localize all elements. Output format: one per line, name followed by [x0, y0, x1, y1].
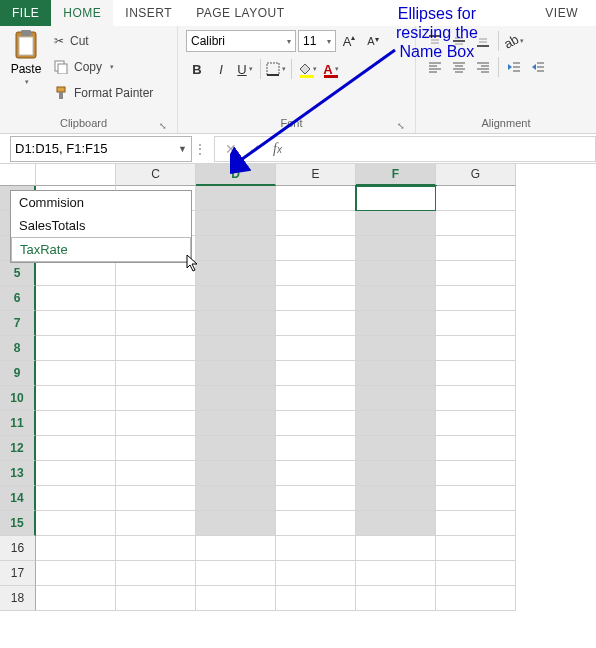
cell[interactable] — [276, 411, 356, 436]
row-header[interactable]: 9 — [0, 361, 36, 386]
tab-view[interactable]: VIEW — [533, 0, 590, 26]
cell[interactable] — [276, 561, 356, 586]
cell[interactable] — [436, 436, 516, 461]
cell[interactable] — [276, 336, 356, 361]
cell[interactable] — [436, 286, 516, 311]
decrease-indent-button[interactable] — [503, 56, 525, 78]
bold-button[interactable]: B — [186, 58, 208, 80]
row-header[interactable]: 12 — [0, 436, 36, 461]
cell[interactable] — [436, 386, 516, 411]
cancel-icon[interactable]: ✕ — [225, 141, 237, 157]
border-button[interactable]: ▾ — [265, 58, 287, 80]
cell[interactable] — [116, 536, 196, 561]
row-header[interactable]: 5 — [0, 261, 36, 286]
cell[interactable] — [116, 561, 196, 586]
cell[interactable] — [196, 461, 276, 486]
fill-color-button[interactable]: ▾ — [296, 58, 318, 80]
enter-icon[interactable]: ✓ — [249, 141, 261, 157]
tab-page-layout[interactable]: PAGE LAYOUT — [184, 0, 296, 26]
cell[interactable] — [436, 186, 516, 211]
copy-button[interactable]: Copy ▾ — [50, 56, 157, 78]
cell[interactable] — [116, 361, 196, 386]
cell[interactable] — [436, 311, 516, 336]
row-header[interactable]: 11 — [0, 411, 36, 436]
formula-bar[interactable]: ✕ ✓ fx — [214, 136, 596, 162]
decrease-font-button[interactable]: A▾ — [362, 30, 384, 52]
increase-font-button[interactable]: A▴ — [338, 30, 360, 52]
cell[interactable] — [196, 586, 276, 611]
name-box[interactable]: D1:D15, F1:F15 ▼ — [10, 136, 192, 162]
name-item-salestotals[interactable]: SalesTotals — [11, 214, 191, 237]
select-all-corner[interactable] — [0, 164, 36, 186]
cell[interactable] — [276, 286, 356, 311]
cell[interactable] — [356, 586, 436, 611]
cell[interactable] — [36, 511, 116, 536]
cell[interactable] — [196, 286, 276, 311]
cell[interactable] — [116, 411, 196, 436]
cell[interactable] — [36, 486, 116, 511]
col-header-d[interactable]: D — [196, 164, 276, 186]
cell[interactable] — [436, 411, 516, 436]
cell[interactable] — [276, 311, 356, 336]
cell[interactable] — [356, 486, 436, 511]
font-name-combo[interactable]: Calibri ▾ — [186, 30, 296, 52]
cell[interactable] — [436, 336, 516, 361]
cell[interactable] — [196, 361, 276, 386]
cell[interactable] — [276, 586, 356, 611]
cell[interactable] — [196, 311, 276, 336]
row-header[interactable]: 6 — [0, 286, 36, 311]
cell[interactable] — [356, 261, 436, 286]
cell[interactable] — [36, 536, 116, 561]
cell[interactable] — [196, 486, 276, 511]
tab-insert[interactable]: INSERT — [113, 0, 184, 26]
cell[interactable] — [196, 261, 276, 286]
cell[interactable] — [356, 311, 436, 336]
name-item-taxrate[interactable]: TaxRate — [11, 237, 191, 262]
cell[interactable] — [436, 536, 516, 561]
cell[interactable] — [356, 286, 436, 311]
cell[interactable] — [356, 211, 436, 236]
cell[interactable] — [436, 461, 516, 486]
font-color-button[interactable]: A ▾ — [320, 58, 342, 80]
font-dialog-launcher[interactable]: ⤡ — [397, 121, 407, 131]
cell[interactable] — [276, 436, 356, 461]
cell[interactable] — [276, 261, 356, 286]
cell[interactable] — [436, 511, 516, 536]
cell[interactable] — [196, 336, 276, 361]
tab-file[interactable]: FILE — [0, 0, 51, 26]
cell[interactable] — [116, 336, 196, 361]
cell[interactable] — [196, 386, 276, 411]
cell[interactable] — [196, 186, 276, 211]
cell[interactable] — [356, 336, 436, 361]
copy-dropdown-arrow[interactable]: ▾ — [110, 63, 114, 71]
row-header[interactable]: 13 — [0, 461, 36, 486]
cell[interactable] — [276, 186, 356, 211]
cell[interactable] — [356, 436, 436, 461]
cell[interactable] — [436, 486, 516, 511]
cell[interactable] — [196, 411, 276, 436]
cell[interactable] — [36, 261, 116, 286]
underline-button[interactable]: U▾ — [234, 58, 256, 80]
cell[interactable] — [276, 461, 356, 486]
cell[interactable] — [436, 211, 516, 236]
row-header[interactable]: 16 — [0, 536, 36, 561]
cell[interactable] — [436, 261, 516, 286]
cell[interactable] — [196, 511, 276, 536]
cell[interactable] — [356, 411, 436, 436]
cell[interactable] — [276, 361, 356, 386]
cell[interactable] — [436, 586, 516, 611]
cell[interactable] — [276, 511, 356, 536]
cell[interactable] — [36, 411, 116, 436]
cell[interactable] — [356, 386, 436, 411]
name-item-commision[interactable]: Commision — [11, 191, 191, 214]
cell[interactable] — [196, 436, 276, 461]
cell[interactable] — [436, 361, 516, 386]
cut-button[interactable]: ✂ Cut — [50, 30, 157, 52]
cell[interactable] — [276, 211, 356, 236]
cell[interactable] — [196, 236, 276, 261]
active-cell[interactable] — [356, 186, 436, 211]
cell[interactable] — [116, 386, 196, 411]
cell[interactable] — [356, 536, 436, 561]
cell[interactable] — [276, 236, 356, 261]
name-box-dropdown-arrow[interactable]: ▼ — [178, 144, 187, 154]
